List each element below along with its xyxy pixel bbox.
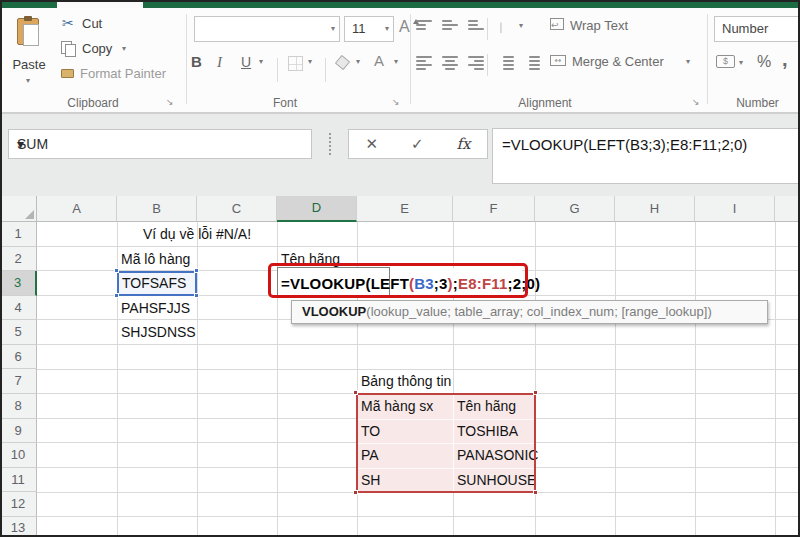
small-divider — [487, 54, 488, 76]
bold-button[interactable]: B — [191, 52, 209, 74]
italic-button[interactable]: I — [217, 52, 231, 74]
selection-handle[interactable] — [114, 293, 119, 298]
number-format-combobox[interactable]: Number — [714, 16, 800, 42]
paste-clipboard-icon — [17, 18, 39, 45]
align-center-icon[interactable] — [442, 56, 458, 70]
underline-dropdown-icon[interactable]: ▾ — [259, 58, 263, 66]
column-header-b[interactable]: B — [117, 196, 197, 222]
column-header-e[interactable]: E — [357, 196, 453, 222]
borders-dropdown-icon[interactable]: ▾ — [308, 58, 312, 66]
borders-icon[interactable] — [288, 56, 303, 71]
row-header-6[interactable]: 6 — [0, 345, 37, 369]
fill-color-dropdown-icon[interactable]: ▾ — [356, 58, 360, 66]
tooltip-function-name: VLOOKUP — [302, 304, 366, 319]
cell-e7[interactable]: Bảng thông tin — [361, 369, 511, 394]
align-top-icon[interactable] — [416, 20, 432, 30]
paste-dropdown-icon[interactable]: ▾ — [26, 77, 30, 85]
format-painter-icon — [61, 69, 74, 78]
percent-style-button[interactable]: % — [757, 52, 771, 72]
font-size-combobox[interactable]: 11 ▾ — [344, 16, 394, 42]
copy-dropdown-icon[interactable]: ▾ — [122, 45, 126, 53]
paste-button[interactable]: Paste ▾ — [6, 14, 52, 96]
accounting-format-icon[interactable]: $ — [716, 55, 735, 68]
column-header-g[interactable]: G — [535, 196, 615, 222]
accounting-dropdown-icon[interactable]: ▾ — [739, 59, 743, 67]
column-header-i[interactable]: I — [695, 196, 775, 222]
cell-title[interactable]: Ví dụ về lỗi #N/A! — [117, 222, 277, 247]
small-divider — [325, 58, 326, 82]
clipboard-dialog-launcher-icon[interactable]: ↘ — [166, 97, 174, 107]
font-color-dropdown-icon[interactable]: ▾ — [394, 58, 398, 66]
wrap-text-button[interactable]: ↩ Wrap Text — [550, 17, 680, 35]
row-header-3[interactable]: 3 — [0, 271, 37, 296]
range-handle[interactable] — [533, 490, 538, 495]
row-header-2[interactable]: 2 — [0, 247, 37, 271]
row-header-1[interactable]: 1 — [0, 222, 37, 247]
insert-function-button[interactable]: fx — [457, 135, 471, 153]
row-header-9[interactable]: 9 — [0, 419, 37, 443]
cell-b5[interactable]: SHJSDNSS — [121, 320, 271, 345]
selection-handle[interactable] — [114, 268, 119, 273]
copy-button[interactable]: Copy ▾ — [58, 40, 183, 58]
align-left-icon[interactable] — [416, 56, 432, 70]
selection-handle[interactable] — [194, 293, 199, 298]
row-header-7[interactable]: 7 — [0, 369, 37, 394]
fill-color-icon[interactable] — [335, 55, 350, 70]
select-all-corner[interactable] — [0, 196, 37, 222]
decrease-indent-icon[interactable] — [498, 56, 514, 70]
name-box-dropdown-icon[interactable]: ▾ — [17, 130, 307, 158]
row-header-8[interactable]: 8 — [0, 394, 37, 419]
font-color-button[interactable]: A — [374, 52, 390, 74]
small-divider — [277, 58, 278, 82]
grow-font-glyph: A — [399, 18, 410, 35]
row-header-11[interactable]: 11 — [0, 468, 37, 492]
row-header-10[interactable]: 10 — [0, 443, 37, 468]
row-header-12[interactable]: 12 — [0, 492, 37, 517]
font-name-combobox[interactable]: ▾ — [194, 16, 340, 42]
name-box[interactable]: SUM ▾ — [8, 129, 312, 159]
increase-indent-icon[interactable] — [524, 56, 540, 70]
merge-center-label: Merge & Center — [572, 53, 664, 71]
align-middle-icon[interactable] — [442, 20, 458, 30]
column-header-f[interactable]: F — [453, 196, 535, 222]
excel-window: Paste ▾ ✂ Cut Copy ▾ Format Painter Clip… — [0, 0, 800, 537]
formula-input[interactable]: =VLOOKUP(LEFT(B3;3);E8:F11;2;0) — [492, 128, 800, 184]
merge-center-button[interactable]: ↔ Merge & Center ▾ — [550, 53, 700, 71]
cell-b4[interactable]: PAHSFJJS — [121, 296, 271, 320]
row-header-4[interactable]: 4 — [0, 296, 37, 320]
currency-glyph: $ — [723, 56, 728, 66]
orientation-dropdown-icon[interactable]: ▾ — [519, 22, 523, 30]
cancel-button[interactable]: ✕ — [365, 135, 378, 153]
row-header-13[interactable]: 13 — [0, 517, 37, 537]
range-handle[interactable] — [353, 490, 358, 495]
range-handle[interactable] — [533, 390, 538, 395]
merge-center-dropdown-icon[interactable]: ▾ — [686, 58, 690, 66]
number-format-value: Number — [722, 17, 768, 41]
font-dialog-launcher-icon[interactable]: ↘ — [392, 97, 400, 107]
font-name-dropdown-icon[interactable]: ▾ — [331, 25, 335, 33]
function-tooltip: VLOOKUP(lookup_value; table_array; col_i… — [291, 300, 768, 324]
align-bottom-icon[interactable] — [468, 20, 484, 30]
font-group-label: Font — [235, 95, 335, 111]
copy-label: Copy — [82, 40, 112, 58]
underline-button[interactable]: U — [241, 52, 257, 74]
enter-button[interactable]: ✓ — [411, 135, 424, 153]
column-header-a[interactable]: A — [37, 196, 117, 222]
align-right-icon[interactable] — [468, 56, 484, 70]
cut-button[interactable]: ✂ Cut — [58, 15, 183, 33]
formula-bar: SUM ▾ ✕ ✓ fx =VLOOKUP(LEFT(B3;3);E8:F11;… — [0, 113, 800, 196]
selection-handle[interactable] — [194, 268, 199, 273]
format-painter-button[interactable]: Format Painter — [56, 65, 186, 83]
orientation-icon[interactable]: ⟋ — [494, 14, 518, 38]
alignment-dialog-launcher-icon[interactable]: ↘ — [692, 97, 700, 107]
comma-style-button[interactable]: , — [782, 48, 788, 70]
merge-center-icon: ↔ — [550, 55, 566, 66]
font-size-dropdown-icon[interactable]: ▾ — [385, 25, 389, 33]
cell-b3-selection[interactable]: TOFSAFS — [117, 271, 197, 296]
column-header-partial[interactable] — [775, 196, 800, 222]
row-header-5[interactable]: 5 — [0, 320, 37, 345]
column-header-h[interactable]: H — [615, 196, 695, 222]
column-header-c[interactable]: C — [197, 196, 277, 222]
column-header-d[interactable]: D — [277, 196, 357, 222]
range-handle[interactable] — [353, 390, 358, 395]
